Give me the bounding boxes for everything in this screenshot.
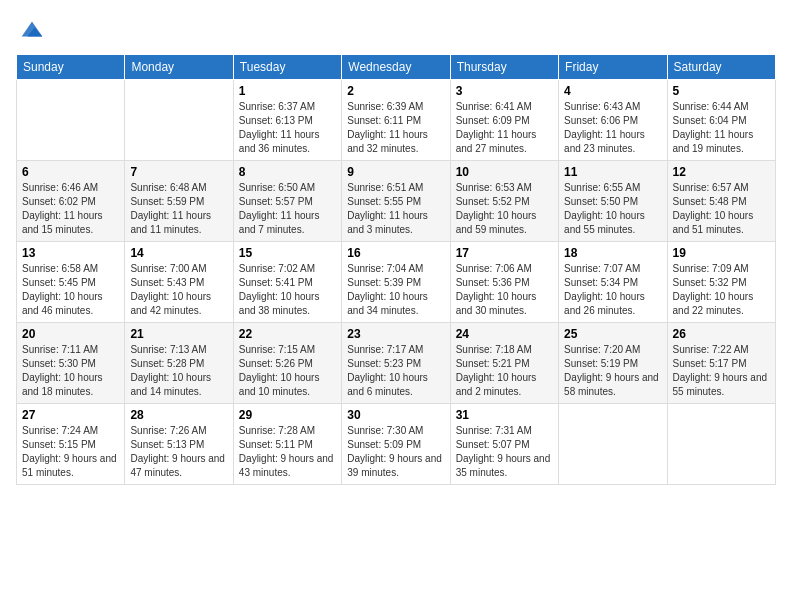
cell-sunset: Sunset: 5:39 PM: [347, 277, 421, 288]
cell-sunrise: Sunrise: 7:18 AM: [456, 344, 532, 355]
calendar-cell: 9 Sunrise: 6:51 AM Sunset: 5:55 PM Dayli…: [342, 161, 450, 242]
day-number: 18: [564, 246, 661, 260]
calendar-cell: [667, 404, 775, 485]
cell-sunrise: Sunrise: 7:30 AM: [347, 425, 423, 436]
cell-sunrise: Sunrise: 7:26 AM: [130, 425, 206, 436]
cell-daylight: Daylight: 9 hours and 58 minutes.: [564, 372, 659, 397]
calendar-cell: 3 Sunrise: 6:41 AM Sunset: 6:09 PM Dayli…: [450, 80, 558, 161]
cell-daylight: Daylight: 11 hours and 27 minutes.: [456, 129, 537, 154]
cell-sunset: Sunset: 5:45 PM: [22, 277, 96, 288]
cell-sunset: Sunset: 6:13 PM: [239, 115, 313, 126]
cell-sunrise: Sunrise: 7:28 AM: [239, 425, 315, 436]
cell-sunrise: Sunrise: 6:39 AM: [347, 101, 423, 112]
cell-sunrise: Sunrise: 7:31 AM: [456, 425, 532, 436]
cell-daylight: Daylight: 11 hours and 36 minutes.: [239, 129, 320, 154]
weekday-header-thursday: Thursday: [450, 55, 558, 80]
cell-sunrise: Sunrise: 6:51 AM: [347, 182, 423, 193]
cell-sunset: Sunset: 5:11 PM: [239, 439, 313, 450]
calendar-cell: 10 Sunrise: 6:53 AM Sunset: 5:52 PM Dayl…: [450, 161, 558, 242]
cell-daylight: Daylight: 11 hours and 11 minutes.: [130, 210, 211, 235]
cell-daylight: Daylight: 9 hours and 55 minutes.: [673, 372, 768, 397]
cell-sunset: Sunset: 6:09 PM: [456, 115, 530, 126]
cell-daylight: Daylight: 11 hours and 7 minutes.: [239, 210, 320, 235]
calendar-cell: 23 Sunrise: 7:17 AM Sunset: 5:23 PM Dayl…: [342, 323, 450, 404]
cell-sunset: Sunset: 5:50 PM: [564, 196, 638, 207]
day-number: 4: [564, 84, 661, 98]
cell-sunrise: Sunrise: 7:07 AM: [564, 263, 640, 274]
cell-sunset: Sunset: 5:43 PM: [130, 277, 204, 288]
cell-daylight: Daylight: 10 hours and 42 minutes.: [130, 291, 211, 316]
cell-daylight: Daylight: 9 hours and 35 minutes.: [456, 453, 551, 478]
cell-sunset: Sunset: 5:48 PM: [673, 196, 747, 207]
cell-sunrise: Sunrise: 7:04 AM: [347, 263, 423, 274]
cell-sunrise: Sunrise: 7:17 AM: [347, 344, 423, 355]
calendar-cell: 15 Sunrise: 7:02 AM Sunset: 5:41 PM Dayl…: [233, 242, 341, 323]
cell-sunrise: Sunrise: 6:46 AM: [22, 182, 98, 193]
cell-daylight: Daylight: 10 hours and 38 minutes.: [239, 291, 320, 316]
cell-sunrise: Sunrise: 7:24 AM: [22, 425, 98, 436]
calendar-cell: 12 Sunrise: 6:57 AM Sunset: 5:48 PM Dayl…: [667, 161, 775, 242]
calendar-cell: 8 Sunrise: 6:50 AM Sunset: 5:57 PM Dayli…: [233, 161, 341, 242]
calendar-cell: 21 Sunrise: 7:13 AM Sunset: 5:28 PM Dayl…: [125, 323, 233, 404]
cell-sunrise: Sunrise: 7:15 AM: [239, 344, 315, 355]
cell-sunset: Sunset: 5:21 PM: [456, 358, 530, 369]
day-number: 10: [456, 165, 553, 179]
day-number: 3: [456, 84, 553, 98]
calendar-cell: 6 Sunrise: 6:46 AM Sunset: 6:02 PM Dayli…: [17, 161, 125, 242]
day-number: 16: [347, 246, 444, 260]
logo: [16, 16, 46, 44]
calendar-cell: 14 Sunrise: 7:00 AM Sunset: 5:43 PM Dayl…: [125, 242, 233, 323]
cell-daylight: Daylight: 10 hours and 2 minutes.: [456, 372, 537, 397]
day-number: 15: [239, 246, 336, 260]
cell-sunset: Sunset: 6:04 PM: [673, 115, 747, 126]
day-number: 13: [22, 246, 119, 260]
day-number: 6: [22, 165, 119, 179]
day-number: 7: [130, 165, 227, 179]
cell-sunset: Sunset: 5:34 PM: [564, 277, 638, 288]
calendar-cell: 24 Sunrise: 7:18 AM Sunset: 5:21 PM Dayl…: [450, 323, 558, 404]
cell-sunset: Sunset: 5:07 PM: [456, 439, 530, 450]
cell-sunrise: Sunrise: 6:44 AM: [673, 101, 749, 112]
cell-sunrise: Sunrise: 7:22 AM: [673, 344, 749, 355]
cell-sunrise: Sunrise: 7:20 AM: [564, 344, 640, 355]
cell-sunrise: Sunrise: 7:06 AM: [456, 263, 532, 274]
cell-sunrise: Sunrise: 6:53 AM: [456, 182, 532, 193]
calendar-cell: 29 Sunrise: 7:28 AM Sunset: 5:11 PM Dayl…: [233, 404, 341, 485]
cell-daylight: Daylight: 10 hours and 55 minutes.: [564, 210, 645, 235]
cell-sunrise: Sunrise: 7:00 AM: [130, 263, 206, 274]
calendar-cell: 7 Sunrise: 6:48 AM Sunset: 5:59 PM Dayli…: [125, 161, 233, 242]
weekday-header-row: SundayMondayTuesdayWednesdayThursdayFrid…: [17, 55, 776, 80]
day-number: 22: [239, 327, 336, 341]
day-number: 11: [564, 165, 661, 179]
cell-sunrise: Sunrise: 6:41 AM: [456, 101, 532, 112]
calendar-cell: 19 Sunrise: 7:09 AM Sunset: 5:32 PM Dayl…: [667, 242, 775, 323]
calendar-cell: 30 Sunrise: 7:30 AM Sunset: 5:09 PM Dayl…: [342, 404, 450, 485]
cell-daylight: Daylight: 10 hours and 30 minutes.: [456, 291, 537, 316]
cell-sunset: Sunset: 5:59 PM: [130, 196, 204, 207]
calendar-cell: 18 Sunrise: 7:07 AM Sunset: 5:34 PM Dayl…: [559, 242, 667, 323]
cell-sunrise: Sunrise: 6:55 AM: [564, 182, 640, 193]
cell-daylight: Daylight: 10 hours and 18 minutes.: [22, 372, 103, 397]
calendar-table: SundayMondayTuesdayWednesdayThursdayFrid…: [16, 54, 776, 485]
cell-sunrise: Sunrise: 6:48 AM: [130, 182, 206, 193]
calendar-week-row: 27 Sunrise: 7:24 AM Sunset: 5:15 PM Dayl…: [17, 404, 776, 485]
cell-sunset: Sunset: 5:13 PM: [130, 439, 204, 450]
cell-daylight: Daylight: 10 hours and 10 minutes.: [239, 372, 320, 397]
cell-sunset: Sunset: 6:11 PM: [347, 115, 421, 126]
cell-daylight: Daylight: 10 hours and 46 minutes.: [22, 291, 103, 316]
calendar-cell: [559, 404, 667, 485]
weekday-header-sunday: Sunday: [17, 55, 125, 80]
weekday-header-friday: Friday: [559, 55, 667, 80]
cell-daylight: Daylight: 11 hours and 15 minutes.: [22, 210, 103, 235]
cell-sunset: Sunset: 5:26 PM: [239, 358, 313, 369]
day-number: 26: [673, 327, 770, 341]
cell-daylight: Daylight: 10 hours and 51 minutes.: [673, 210, 754, 235]
day-number: 30: [347, 408, 444, 422]
cell-daylight: Daylight: 10 hours and 6 minutes.: [347, 372, 428, 397]
weekday-header-wednesday: Wednesday: [342, 55, 450, 80]
cell-sunset: Sunset: 5:41 PM: [239, 277, 313, 288]
day-number: 9: [347, 165, 444, 179]
day-number: 28: [130, 408, 227, 422]
cell-daylight: Daylight: 11 hours and 32 minutes.: [347, 129, 428, 154]
calendar-cell: 26 Sunrise: 7:22 AM Sunset: 5:17 PM Dayl…: [667, 323, 775, 404]
